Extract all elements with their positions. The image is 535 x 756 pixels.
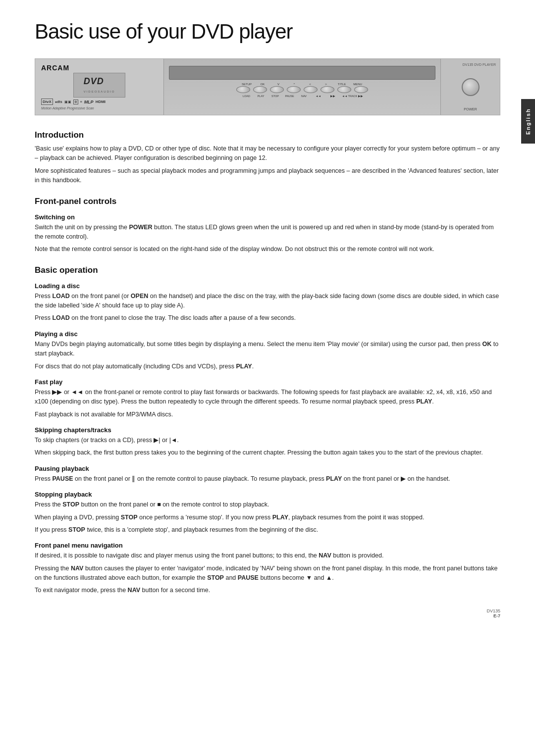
switching-on-para-1: Switch the unit on by pressing the POWER… <box>35 223 500 242</box>
fast-play-para-2: Fast playback is not available for MP3/W… <box>35 410 500 419</box>
panel-btn-title[interactable] <box>337 86 351 93</box>
switching-on-para-2: Note that the remote control sensor is l… <box>35 245 500 254</box>
btn-label-track: ◄◄ TRACK ▶▶ <box>341 95 365 98</box>
panel-btn-menu[interactable] <box>354 86 368 93</box>
footer-page: E-7 <box>486 613 500 618</box>
btn-label-v: V <box>272 83 285 86</box>
badges-row: DivX ●dts ▣▣ ⊕ ≡ MLP HDMI <box>41 99 158 105</box>
mlp-badge: MLP <box>84 100 94 104</box>
skipping-block: Skipping chapters/tracks To skip chapter… <box>35 426 500 458</box>
fast-play-title: Fast play <box>35 378 500 386</box>
basic-operation-title: Basic operation <box>35 265 500 275</box>
btn-label-menu: MENU <box>351 83 364 86</box>
nav-para-3: To exit navigator mode, press the NAV bu… <box>35 586 500 595</box>
loading-disc-title: Loading a disc <box>35 282 500 290</box>
skipping-para-1: To skip chapters (or tracks on a CD), pr… <box>35 436 500 445</box>
skipping-title: Skipping chapters/tracks <box>35 426 500 434</box>
introduction-para-2: More sophisticated features – such as sp… <box>35 166 500 186</box>
power-button[interactable] <box>462 78 480 96</box>
model-label: DV135 DVD PLAYER <box>463 63 496 66</box>
dvd-player-center-panel: SETUP OK V ^ < > TITLE MENU L <box>164 59 440 115</box>
panel-btn-rt[interactable] <box>321 86 334 93</box>
btn-label-nav: NAV <box>298 95 311 98</box>
btn-label-ok: OK <box>256 83 269 86</box>
btn-label-rew: ◄◄ <box>312 95 325 98</box>
btn-label-play: PLAY <box>255 95 268 98</box>
front-panel-controls-section: Front-panel controls Switching on Switch… <box>35 197 500 254</box>
fast-play-block: Fast play Press ▶▶ or ◄◄ on the front-pa… <box>35 378 500 419</box>
front-panel-controls-title: Front-panel controls <box>35 197 500 206</box>
page-title: Basic use of your DVD player <box>35 20 500 44</box>
loading-disc-block: Loading a disc Press LOAD on the front p… <box>35 282 500 323</box>
pausing-title: Pausing playback <box>35 465 500 472</box>
btn-label-up: ^ <box>288 83 301 86</box>
videosaudio-text: VIDEOSAUDIO <box>84 90 115 93</box>
btn-label-rt: > <box>320 83 332 86</box>
loading-disc-para-1: Press LOAD on the front panel (or OPEN o… <box>35 292 500 311</box>
dolby-badge: ▣▣ <box>64 100 71 104</box>
footer-model: DV135 <box>486 608 500 613</box>
btn-label-setup: SETUP <box>240 83 253 86</box>
introduction-section: Introduction 'Basic use' explains how to… <box>35 130 500 186</box>
power-label: POWER <box>464 107 477 111</box>
switching-on-title: Switching on <box>35 213 500 221</box>
btn-label-pause: PAUSE <box>283 95 296 98</box>
page-footer: DV135 E-7 <box>486 608 500 618</box>
playing-disc-para-2: For discs that do not play automatically… <box>35 362 500 371</box>
arcam-logo: ARCAM <box>41 64 158 72</box>
panel-btn-lt[interactable] <box>304 86 318 93</box>
basic-operation-section: Basic operation Loading a disc Press LOA… <box>35 265 500 596</box>
dvd-logo-text: DVD <box>84 76 104 86</box>
dvd-player-left-panel: ARCAM DVD VIDEOSAUDIO DivX ●dts ▣▣ ⊕ ≡ M… <box>35 59 164 115</box>
motion-text: Motion Adaptive Progressive Scan <box>41 106 158 110</box>
panel-btn-up[interactable] <box>287 86 301 93</box>
dts-badge: ●dts <box>55 100 62 103</box>
nav-para-1: If desired, it is possible to navigate d… <box>35 551 500 560</box>
nav-block: Front panel menu navigation If desired, … <box>35 542 500 596</box>
stopping-block: Stopping playback Press the STOP button … <box>35 491 500 535</box>
btn-label-stop: STOP <box>269 95 282 98</box>
hdmi-badge: HDMI <box>96 100 106 104</box>
playing-disc-para-1: Many DVDs begin playing automatically, b… <box>35 340 500 359</box>
introduction-para-1: 'Basic use' explains how to play a DVD, … <box>35 144 500 163</box>
stopping-para-3: If you press STOP twice, this is a 'comp… <box>35 525 500 535</box>
stopping-para-1: Press the STOP button on the front panel… <box>35 500 500 509</box>
btn-label-lt: < <box>304 83 317 86</box>
divx-badge: DivX <box>41 99 53 105</box>
nav-para-2: Pressing the NAV button causes the playe… <box>35 564 500 583</box>
panel-btn-setup[interactable] <box>236 86 250 93</box>
playing-disc-block: Playing a disc Many DVDs begin playing a… <box>35 330 500 371</box>
nav-title: Front panel menu navigation <box>35 542 500 549</box>
pausing-para-1: Press PAUSE on the front panel or ‖ on t… <box>35 474 500 484</box>
playing-disc-title: Playing a disc <box>35 330 500 338</box>
btn-label-load: LOAD <box>240 95 253 98</box>
stopping-title: Stopping playback <box>35 491 500 498</box>
wma-badge: ≡ <box>80 100 82 103</box>
btn-label-fwd: ▶▶ <box>326 95 339 98</box>
panel-btn-ok[interactable] <box>253 86 267 93</box>
dvd-logo-area: DVD VIDEOSAUDIO <box>41 73 158 98</box>
pausing-block: Pausing playback Press PAUSE on the fron… <box>35 465 500 484</box>
stopping-para-2: When playing a DVD, pressing STOP once p… <box>35 513 500 522</box>
skipping-para-2: When skipping back, the first button pre… <box>35 448 500 457</box>
dvd-player-right-panel: DV135 DVD PLAYER POWER <box>440 59 500 115</box>
loading-disc-para-2: Press LOAD on the front panel to close t… <box>35 313 500 323</box>
introduction-title: Introduction <box>35 130 500 140</box>
dvd-player-illustration: ARCAM DVD VIDEOSAUDIO DivX ●dts ▣▣ ⊕ ≡ M… <box>35 58 500 115</box>
sacd-badge: ⊕ <box>73 100 78 104</box>
panel-btn-v[interactable] <box>270 86 284 93</box>
english-tab: English <box>521 99 535 144</box>
page-container: Basic use of your DVD player ARCAM DVD V… <box>0 0 535 628</box>
switching-on-block: Switching on Switch the unit on by press… <box>35 213 500 254</box>
fast-play-para-1: Press ▶▶ or ◄◄ on the front-panel or rem… <box>35 388 500 407</box>
btn-label-title: TITLE <box>335 83 348 86</box>
disc-slot <box>169 66 435 80</box>
